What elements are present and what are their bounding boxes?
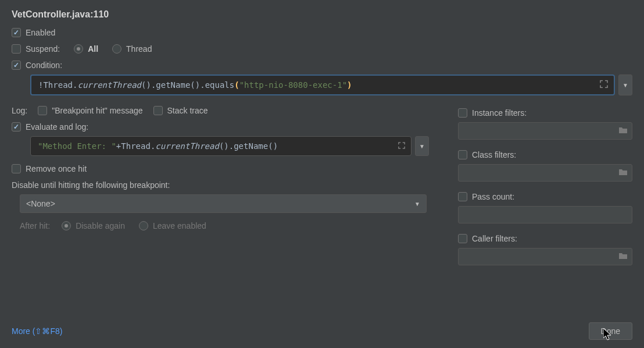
code-token: getName [156,80,190,90]
code-token: Thread [121,141,151,151]
log-stack-trace-label: Stack trace [167,106,208,115]
disable-until-select[interactable]: <None> ▼ [20,194,427,213]
code-token: () [190,80,200,90]
instance-filters-input[interactable] [458,122,632,140]
suspend-thread-label: Thread [126,44,152,54]
after-hit-leave-radio[interactable] [139,221,148,230]
code-token: . [151,141,155,151]
caller-filters-checkbox[interactable] [458,234,467,243]
code-token: currentThread [155,141,219,151]
code-token: "http-nio-8080-exec-1" [239,80,347,90]
code-token: ( [234,80,239,90]
remove-once-hit-label: Remove once hit [26,164,87,173]
code-token: + [116,141,121,151]
suspend-checkbox[interactable] [12,44,21,54]
caller-filters-input[interactable] [458,248,632,265]
folder-icon[interactable] [618,252,628,261]
suspend-all-radio[interactable] [74,44,83,54]
log-breakpoint-hit-checkbox[interactable] [38,106,47,115]
suspend-thread-radio[interactable] [112,44,121,54]
evaluate-log-input[interactable]: "Method Enter: " + Thread.currentThread(… [30,136,412,156]
pass-count-checkbox[interactable] [458,192,467,201]
log-stack-trace-checkbox[interactable] [153,106,163,115]
pass-count-label: Pass count: [472,192,514,201]
code-token: equals [205,80,235,90]
condition-input[interactable]: !Thread.currentThread().getName().equals… [30,74,615,95]
code-token: . [200,80,205,90]
after-hit-label: After hit: [20,221,50,230]
code-token: ! [38,80,43,90]
class-filters-label: Class filters: [472,150,516,159]
suspend-all-label: All [88,44,98,54]
disable-until-label: Disable until hitting the following brea… [12,180,429,190]
instance-filters-label: Instance filters: [472,108,527,118]
evaluate-log-label: Evaluate and log: [26,122,88,132]
code-token: () [268,141,278,151]
evaluate-log-checkbox[interactable] [12,122,21,132]
after-hit-leave-label: Leave enabled [153,221,206,230]
code-token: "Method Enter: " [38,141,116,151]
code-token: () [219,141,229,151]
log-label: Log: [12,106,27,115]
pass-count-input[interactable] [458,206,632,223]
condition-checkbox[interactable] [12,61,21,70]
dialog-title: VetController.java:110 [12,9,632,20]
class-filters-input[interactable] [458,164,632,182]
condition-label: Condition: [26,61,62,70]
after-hit-disable-radio[interactable] [62,221,71,230]
code-token: ) [347,80,352,90]
log-breakpoint-hit-label: "Breakpoint hit" message [52,106,142,115]
code-token: getName [234,141,268,151]
enabled-checkbox[interactable] [12,28,21,37]
after-hit-disable-label: Disable again [76,221,125,230]
breakpoint-dialog: VetController.java:110 Enabled Suspend: … [0,0,644,348]
disable-until-value: <None> [26,199,55,208]
suspend-label: Suspend: [26,44,60,54]
done-button[interactable]: Done [589,322,632,340]
remove-once-hit-checkbox[interactable] [12,164,21,173]
instance-filters-checkbox[interactable] [458,108,467,118]
expand-icon[interactable] [600,80,608,90]
folder-icon[interactable] [618,168,628,177]
code-token: . [73,80,77,90]
code-token: . [151,80,156,90]
code-token: () [141,80,151,90]
evaluate-log-history-dropdown[interactable]: ▼ [415,136,429,156]
condition-history-dropdown[interactable]: ▼ [618,74,632,95]
caller-filters-label: Caller filters: [472,234,517,243]
code-token: Thread [43,80,73,90]
folder-icon[interactable] [618,126,628,136]
expand-icon[interactable] [398,141,405,151]
enabled-label: Enabled [26,28,55,37]
class-filters-checkbox[interactable] [458,150,467,159]
more-link[interactable]: More (⇧⌘F8) [12,326,62,336]
code-token: currentThread [77,80,141,90]
chevron-down-icon: ▼ [414,201,420,207]
code-token: . [229,141,234,151]
